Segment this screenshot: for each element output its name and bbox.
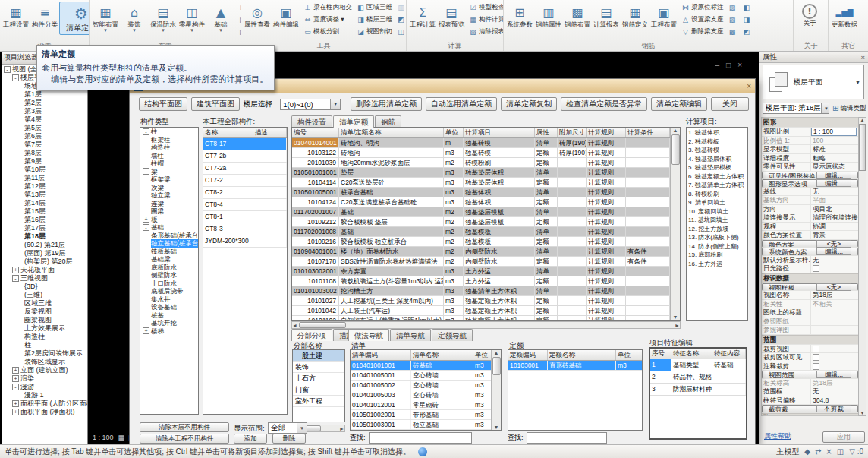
check-quota-button[interactable]: 检查清单定额是否异常 bbox=[561, 97, 647, 111]
ribbon-small-button[interactable]: ▦构件计算 bbox=[467, 14, 504, 26]
quota-row[interactable]: 10103122砖地沟 m3独基砖模 定额砖厚(190) 计算规则 bbox=[292, 148, 680, 158]
property-value[interactable] bbox=[811, 362, 858, 371]
close-button[interactable]: 关闭 bbox=[711, 97, 749, 111]
tree-item[interactable]: 土方效果展示 bbox=[2, 324, 87, 333]
tab-list-nav[interactable]: 清单导航 bbox=[390, 329, 431, 341]
tree-item[interactable]: 第12层 bbox=[2, 182, 87, 191]
tree-item[interactable]: +楼梯 bbox=[140, 327, 198, 336]
ribbon-button[interactable]: ▣构件编辑 bbox=[272, 2, 300, 30]
scroll-thumb[interactable] bbox=[859, 124, 866, 171]
add-button[interactable]: 添加 bbox=[234, 434, 267, 444]
property-value[interactable]: 编辑... bbox=[816, 248, 851, 255]
tree-item[interactable]: +面积平面 (净面积) bbox=[2, 408, 87, 416]
ribbon-button[interactable]: ▲基础▾ bbox=[206, 2, 235, 35]
expand-icon[interactable]: - bbox=[12, 384, 19, 390]
property-value[interactable]: <无> bbox=[816, 240, 851, 248]
calc-item[interactable]: 2. 独基模板 bbox=[688, 137, 746, 147]
delete-button[interactable]: 删除 bbox=[272, 434, 306, 444]
property-value[interactable] bbox=[811, 345, 858, 353]
property-value[interactable]: 编辑... bbox=[816, 371, 851, 378]
tree-item[interactable]: -柱 bbox=[140, 128, 198, 136]
tree-item[interactable]: 桩基 bbox=[140, 311, 198, 320]
tab-quota[interactable]: 清单定额 bbox=[333, 115, 374, 128]
ribbon-small-button[interactable]: ◫构件显隐 bbox=[395, 26, 407, 38]
tree-item[interactable]: 第1层 bbox=[2, 90, 87, 99]
quota-row[interactable]: 010501001001垫层 m3独基垫层体积 清单 计算规则 bbox=[292, 168, 680, 178]
property-value[interactable]: 显示原状态 bbox=[811, 163, 858, 171]
quota-find-input[interactable] bbox=[527, 432, 607, 444]
ribbon-button[interactable]: ▤保温防水▾ bbox=[149, 2, 178, 35]
expand-icon[interactable]: - bbox=[12, 275, 19, 282]
quota-row[interactable]: 010904001001楼（地）面卷材防水 m2内侧壁防水 清单 计算规则有条件 bbox=[292, 247, 680, 257]
calc-item[interactable]: 12. 挖土方放坡 bbox=[688, 225, 746, 234]
list-row[interactable]: 010501004001满堂基础m3 bbox=[351, 430, 501, 431]
structural-plan-button[interactable]: 结构平面图 bbox=[139, 97, 187, 111]
tab-quota-nav[interactable]: 定额导航 bbox=[432, 329, 473, 341]
ribbon-small-button[interactable]: ◩ bbox=[741, 26, 754, 38]
quota-row[interactable]: 10101108装载机装运土方(斗容量1m3以内 运距) m3土方外运 定额 计… bbox=[292, 276, 680, 286]
ribbon-button[interactable]: ▥钢筋属性 bbox=[534, 2, 563, 30]
chevron-down-icon[interactable]: ▼ bbox=[855, 80, 860, 85]
tree-item[interactable]: 第13层 bbox=[2, 191, 87, 199]
tree-item[interactable]: 框架柱 bbox=[140, 136, 198, 144]
tree-item[interactable]: 基础梁 bbox=[140, 255, 198, 264]
property-value[interactable] bbox=[811, 308, 858, 317]
tab-fenbu[interactable]: 分部分项 bbox=[291, 329, 332, 341]
calc-item[interactable]: 6. 独基定额土方体积 bbox=[688, 172, 746, 182]
calc-item[interactable]: 5. 独基垫层模板 bbox=[688, 163, 746, 172]
quota-row[interactable]: 010101003002挖沟槽土方 m3独基清单土方体积 清单 计算规则 bbox=[292, 286, 680, 296]
tree-item[interactable]: 第3层 bbox=[2, 107, 87, 115]
tree-item[interactable]: 集水井 bbox=[140, 295, 198, 304]
tree-item[interactable]: -漫游 bbox=[2, 383, 87, 391]
ribbon-button[interactable]: ≡构件分类 bbox=[30, 2, 59, 35]
calc-item[interactable]: 13. 防水(底板下侧) bbox=[688, 233, 746, 242]
calc-item[interactable]: 10. 定额回填土 bbox=[688, 207, 746, 216]
tree-item[interactable]: 次梁 bbox=[140, 184, 198, 192]
tree-item[interactable]: 柱 bbox=[2, 341, 87, 349]
quota-row[interactable]: 011702001008基础 m2独基模板 清单 计算规则 bbox=[292, 227, 680, 237]
ribbon-small-button[interactable]: ▥构件筛选 bbox=[395, 2, 407, 14]
scroll-left-icon[interactable]: ◄ bbox=[292, 323, 297, 328]
ribbon-small-button[interactable]: ⇔宽度调整 ▾ bbox=[302, 14, 354, 26]
tree-item[interactable]: 连梁 bbox=[140, 200, 198, 208]
list-row[interactable]: 010401012001零星砌砖m3 bbox=[351, 400, 501, 410]
architectural-plan-button[interactable]: 建筑平面图 bbox=[191, 97, 240, 111]
tree-item[interactable]: 条形基础(桩承台) bbox=[140, 232, 198, 240]
ribbon-small-button[interactable]: △设置梁支座 bbox=[680, 14, 725, 26]
ribbon-button[interactable]: ⌂装饰▾ bbox=[120, 2, 149, 35]
property-value[interactable]: 编辑... bbox=[816, 179, 851, 187]
property-value[interactable] bbox=[811, 353, 858, 362]
tree-item[interactable]: 第6层 bbox=[2, 132, 87, 141]
property-value[interactable]: <无> bbox=[816, 283, 851, 291]
tree-item[interactable]: +渲染 bbox=[2, 374, 87, 383]
expand-icon[interactable]: + bbox=[12, 400, 19, 407]
expand-icon[interactable]: + bbox=[12, 375, 19, 382]
property-value[interactable]: 无 bbox=[811, 188, 858, 196]
apply-button[interactable]: 应用 bbox=[822, 431, 865, 443]
scroll-thumb[interactable] bbox=[671, 134, 680, 165]
quota-row[interactable]: 10104114C20泵送垫层砼 m3独基垫层体积 定额 计算规则 bbox=[292, 178, 680, 188]
property-value[interactable]: 背景 bbox=[811, 231, 858, 239]
tree-item[interactable]: (三维) bbox=[2, 291, 87, 299]
ribbon-small-button[interactable]: ◩构件配色 bbox=[395, 14, 407, 26]
quota-row[interactable]: 011702001007基础 m2独基垫层模板 清单 计算规则 bbox=[292, 207, 680, 217]
tree-item[interactable]: +板 bbox=[140, 216, 198, 224]
quota-row[interactable]: 010103002001余方弃置 m3土方外运 清单 计算规则 bbox=[292, 267, 680, 276]
ribbon-small-button[interactable]: ◧区域三维 bbox=[355, 2, 394, 14]
tree-item[interactable]: 墙柱 bbox=[140, 152, 198, 160]
about-button[interactable]: !关于 bbox=[795, 2, 824, 29]
properties-help-link[interactable]: 属性帮助 bbox=[764, 431, 791, 441]
tree-item[interactable]: 设备基础 bbox=[140, 303, 198, 311]
property-value[interactable] bbox=[849, 414, 858, 417]
copy-quota-button[interactable]: 清单定额复制 bbox=[501, 97, 557, 111]
tree-item[interactable]: 基坑开挖 bbox=[140, 319, 198, 327]
ribbon-button[interactable]: ◫零星构件▾ bbox=[178, 2, 206, 35]
status-icon[interactable]: ◫ bbox=[837, 447, 844, 456]
tree-item[interactable]: 圈梁 bbox=[140, 207, 198, 216]
section-item[interactable]: 装饰 bbox=[293, 362, 344, 373]
tree-item[interactable]: 第8层 bbox=[2, 149, 87, 157]
quota-row[interactable]: 010501005001桩承台基础 m3独基体积 清单 计算规则 bbox=[292, 188, 680, 197]
expand-icon[interactable]: + bbox=[12, 409, 19, 415]
component-row[interactable]: CT7-2b bbox=[203, 150, 287, 163]
vertical-scrollbar[interactable]: ▲▼ bbox=[491, 350, 501, 430]
